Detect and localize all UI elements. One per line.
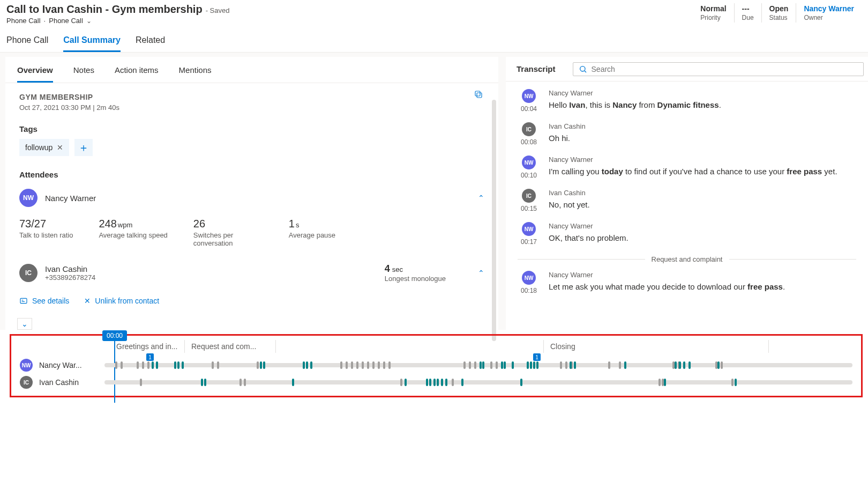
avatar: IC — [20, 376, 33, 389]
chevron-down-icon[interactable]: ⌄ — [86, 17, 92, 25]
transcript-entry[interactable]: NW00:10Nancy WarnerI'm calling you today… — [518, 156, 856, 179]
entry-meta: NW00:17 — [518, 222, 540, 246]
subtab-action-items[interactable]: Action items — [115, 62, 159, 83]
stat-longest-monologue: 4 sec Longest monologue — [385, 263, 446, 283]
keyword-tick — [717, 361, 720, 369]
transcript-entry[interactable]: NW00:17Nancy WarnerOK, that's no problem… — [518, 222, 856, 246]
search-input-wrap[interactable] — [573, 62, 864, 76]
header-left: Call to Ivan Cashin - Gym membership - S… — [6, 3, 693, 25]
entry-text: I'm calling you today to find out if you… — [549, 166, 837, 177]
entry-meta: NW00:10 — [518, 156, 540, 179]
owner-link[interactable]: Nancy Warner — [804, 4, 854, 13]
unlink-contact-link[interactable]: ✕ Unlink from contact — [84, 297, 159, 305]
keyword-tick — [433, 379, 436, 386]
add-tag-button[interactable]: ＋ — [74, 139, 93, 156]
owner-cell[interactable]: Nancy Warner Owner — [796, 3, 862, 23]
avatar: NW — [522, 271, 536, 285]
priority-cell[interactable]: Normal Priority — [693, 3, 734, 23]
form-selector[interactable]: Phone Call — [49, 17, 83, 25]
entry-text: Let me ask you what made you decide to d… — [549, 281, 785, 293]
keyword-tick — [480, 361, 482, 369]
entity-type: Phone Call — [6, 17, 41, 25]
transcript-entry[interactable]: IC00:08Ivan CashinOh hi. — [518, 122, 856, 146]
speech-tick — [383, 361, 385, 369]
close-icon[interactable]: ✕ — [57, 143, 63, 152]
entry-content: Nancy WarnerLet me ask you what made you… — [549, 271, 785, 294]
entry-speaker: Nancy Warner — [549, 271, 785, 279]
keyword-tick — [263, 361, 265, 369]
timeline-section[interactable] — [276, 340, 544, 353]
chevron-up-icon[interactable]: ⌃ — [478, 194, 484, 202]
keyword-tick — [461, 379, 463, 386]
transcript-tab[interactable]: Transcript — [506, 57, 566, 81]
entry-time: 00:15 — [521, 205, 537, 212]
speech-tick — [115, 361, 117, 369]
keyword-tick — [260, 361, 262, 369]
speech-tick — [565, 361, 567, 369]
speech-tick — [240, 379, 242, 386]
avatar: NW — [20, 359, 33, 372]
record-tabs: Phone Call Call Summary Related — [0, 27, 868, 53]
entry-speaker: Nancy Warner — [549, 89, 721, 97]
copy-icon[interactable] — [474, 90, 483, 99]
entry-content: Ivan CashinNo, not yet. — [549, 189, 590, 212]
stat-value: 248 — [99, 218, 116, 230]
stats-row: 73/27 Talk to listen ratio 248wpm Averag… — [19, 218, 484, 247]
tab-related[interactable]: Related — [136, 35, 165, 52]
timeline-row: NWNancy War...11 — [20, 358, 852, 372]
subtab-mentions[interactable]: Mentions — [179, 62, 212, 83]
overview-panel: Overview Notes Action items Mentions GYM… — [5, 57, 498, 330]
see-details-link[interactable]: See details — [19, 297, 69, 305]
dot-separator: · — [44, 17, 46, 25]
speech-tick — [469, 361, 471, 369]
subtab-overview[interactable]: Overview — [17, 62, 53, 83]
keyword-tick — [570, 361, 572, 369]
tag-followup[interactable]: followup ✕ — [19, 139, 69, 156]
entry-speaker: Nancy Warner — [549, 156, 837, 164]
avatar: NW — [19, 189, 38, 207]
attendee-phone: +353892678274 — [45, 273, 95, 282]
speech-tick — [346, 361, 348, 369]
attendee-actions: See details ✕ Unlink from contact — [19, 297, 484, 305]
transcript-entry[interactable]: IC00:15Ivan CashinNo, not yet. — [518, 189, 856, 212]
subtab-notes[interactable]: Notes — [73, 62, 94, 83]
insight-marker[interactable]: 1 — [146, 353, 154, 361]
speech-tick — [388, 361, 391, 369]
timeline-section[interactable]: Request and com... — [185, 340, 276, 353]
search-input[interactable] — [592, 65, 858, 73]
timeline-section[interactable]: Closing — [544, 340, 769, 353]
keyword-tick — [429, 379, 431, 386]
status-cell[interactable]: Open Status — [762, 3, 797, 23]
transcript-entry[interactable]: NW00:18Nancy WarnerLet me ask you what m… — [518, 271, 856, 294]
due-cell[interactable]: --- Due — [735, 3, 762, 23]
stat-label: Average talking speed — [99, 231, 167, 239]
expand-button[interactable]: ⌄ — [17, 318, 32, 330]
speech-tick — [367, 361, 369, 369]
tab-call-summary[interactable]: Call Summary — [63, 35, 121, 52]
entry-speaker: Ivan Cashin — [549, 122, 586, 130]
speech-tick — [372, 361, 375, 369]
keyword-tick — [689, 361, 691, 369]
speech-tick — [608, 361, 610, 369]
link-label: See details — [32, 297, 69, 305]
speech-tick — [474, 361, 476, 369]
svg-rect-1 — [475, 91, 480, 96]
entry-meta: IC00:15 — [518, 189, 540, 212]
timeline-track[interactable] — [104, 380, 852, 384]
link-label: Unlink from contact — [95, 297, 159, 305]
keyword-tick — [501, 361, 503, 369]
transcript-entry[interactable]: NW00:04Nancy WarnerHello Ivan, this is N… — [518, 89, 856, 113]
insight-marker[interactable]: 1 — [533, 353, 541, 361]
avatar: NW — [522, 156, 536, 169]
keyword-tick — [683, 361, 685, 369]
priority-value: Normal — [700, 4, 726, 13]
keyword-tick — [735, 379, 737, 386]
svg-rect-2 — [20, 298, 27, 303]
timeline-track[interactable]: 11 — [104, 363, 852, 367]
avatar: IC — [522, 189, 536, 203]
keyword-tick — [201, 379, 203, 386]
chevron-up-icon[interactable]: ⌃ — [478, 269, 484, 277]
tab-phone-call[interactable]: Phone Call — [6, 35, 48, 52]
speech-tick — [731, 379, 734, 386]
keyword-tick — [441, 379, 443, 386]
